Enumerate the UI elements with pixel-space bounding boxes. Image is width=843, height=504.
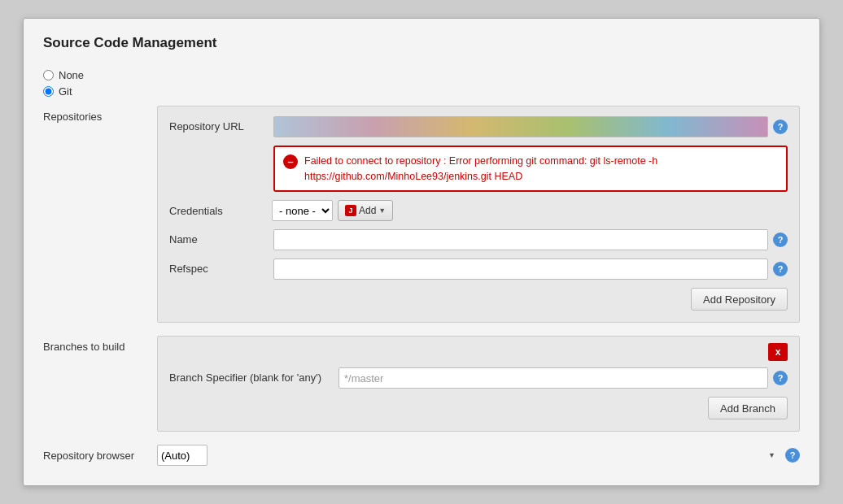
refspec-row: Refspec ? <box>169 259 788 280</box>
radio-git-item[interactable]: Git <box>43 85 800 98</box>
radio-git-label: Git <box>59 85 72 98</box>
name-input[interactable] <box>273 229 768 250</box>
add-branch-button[interactable]: Add Branch <box>708 397 788 419</box>
repo-url-row: Repository URL ? <box>169 116 788 137</box>
repositories-label: Repositories <box>43 106 157 324</box>
refspec-input-wrap: ? <box>273 259 788 280</box>
delete-icon: x <box>775 346 781 358</box>
radio-git[interactable] <box>43 86 54 97</box>
error-text: Failed to connect to repository : Error … <box>304 154 657 185</box>
credentials-add-label: Add <box>359 205 376 216</box>
repositories-content: Repository URL ? – Failed to connect to … <box>157 106 800 324</box>
branch-specifier-input-wrap: ? <box>339 367 788 389</box>
branches-label: Branches to build <box>43 336 157 432</box>
refspec-help-icon[interactable]: ? <box>773 262 788 276</box>
radio-none[interactable] <box>43 70 54 80</box>
repository-browser-select-wrapper: (Auto) <box>157 445 780 466</box>
error-icon: – <box>283 154 298 169</box>
name-input-wrap: ? <box>273 229 788 250</box>
repo-url-help-icon[interactable]: ? <box>773 119 788 134</box>
add-branch-btn-row: Add Branch <box>169 397 788 419</box>
radio-none-item[interactable]: None <box>43 69 800 81</box>
repository-browser-section: Repository browser (Auto) ? <box>43 445 800 466</box>
repository-browser-select[interactable]: (Auto) <box>157 445 207 466</box>
error-line1: Failed to connect to repository : Error … <box>304 155 657 167</box>
branches-section: Branches to build x Branch Specifier (bl… <box>43 336 800 432</box>
refspec-label: Refspec <box>169 259 267 275</box>
branch-specifier-row: Branch Specifier (blank for 'any') ? <box>169 367 788 389</box>
credentials-add-button[interactable]: J Add ▼ <box>338 200 393 221</box>
name-label: Name <box>169 229 267 245</box>
credentials-label: Credentials <box>169 205 267 217</box>
branches-content: x Branch Specifier (blank for 'any') ? A… <box>157 336 800 432</box>
refspec-input[interactable] <box>273 259 768 280</box>
repositories-section: Repositories Repository URL ? – Failed t… <box>43 106 800 324</box>
error-box: – Failed to connect to repository : Erro… <box>273 146 788 193</box>
add-repository-button[interactable]: Add Repository <box>691 288 788 311</box>
repo-url-input-wrap: ? <box>273 116 788 137</box>
repository-browser-select-wrap: (Auto) ? <box>157 445 800 466</box>
repo-url-label: Repository URL <box>169 116 267 133</box>
repository-browser-help-icon[interactable]: ? <box>785 448 800 463</box>
name-help-icon[interactable]: ? <box>773 232 788 247</box>
branch-specifier-label: Branch Specifier (blank for 'any') <box>169 367 332 384</box>
credentials-select[interactable]: - none - <box>272 200 333 221</box>
repo-url-input[interactable] <box>273 116 768 137</box>
add-repository-btn-row: Add Repository <box>169 288 788 311</box>
scm-radio-group: None Git <box>43 69 800 98</box>
branch-specifier-input[interactable] <box>339 367 768 389</box>
jenkins-icon: J <box>345 205 356 216</box>
repository-browser-label: Repository browser <box>43 450 157 462</box>
credentials-row: Credentials - none - J Add ▼ <box>169 200 788 221</box>
delete-btn-row: x <box>169 343 788 361</box>
name-row: Name ? <box>169 229 788 250</box>
add-btn-chevron-icon: ▼ <box>378 206 386 215</box>
error-line2: https://github.com/MinhoLee93/jenkins.gi… <box>304 171 522 182</box>
branch-specifier-help-icon[interactable]: ? <box>773 371 788 385</box>
delete-branch-button[interactable]: x <box>768 343 788 361</box>
scm-panel: Source Code Management None Git Reposito… <box>23 18 820 487</box>
radio-none-label: None <box>59 69 84 81</box>
section-title: Source Code Management <box>43 35 800 56</box>
